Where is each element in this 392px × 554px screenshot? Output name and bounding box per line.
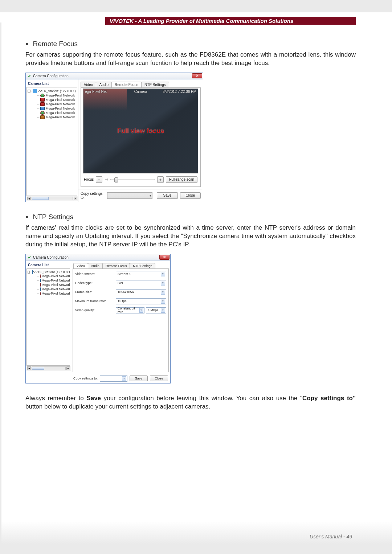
- full-range-scan-button[interactable]: Full-range scan: [166, 176, 197, 183]
- check-icon: ✔: [27, 74, 32, 78]
- label-video-stream: Video stream:: [75, 272, 116, 276]
- tab-remote-focus[interactable]: Remote Focus: [102, 263, 130, 268]
- dropdown-max-frame-rate[interactable]: 15 fps ▾: [116, 298, 166, 304]
- footer-paragraph: Always remember to Save your configurati…: [25, 394, 356, 411]
- tree-item-label: Mega-Pixel Network: [46, 111, 75, 115]
- tree-item[interactable]: ···Mega-Pixel Network: [28, 291, 69, 296]
- camera-icon: [40, 107, 45, 110]
- scroll-left-arrow-icon[interactable]: ◄: [27, 197, 31, 200]
- tree-item-label: Mega-Pixel Network: [46, 102, 75, 106]
- camera-tree[interactable]: − · VVTK_Station1(127.0.0.1) ····Mega-Pi…: [26, 87, 77, 196]
- camera-icon: [40, 283, 41, 287]
- tree-item-label: Mega-Pixel Network: [46, 93, 75, 98]
- footer-text: Always remember to: [25, 395, 86, 402]
- focus-slider[interactable]: [110, 179, 155, 180]
- camera-tree[interactable]: − · VVTK_Station1(127.0.0.1) ···Mega-Pix…: [26, 268, 70, 366]
- tab-video[interactable]: Video: [73, 263, 88, 268]
- close-button[interactable]: ✕: [192, 73, 202, 78]
- tab-audio[interactable]: Audio: [96, 82, 112, 87]
- tab-video[interactable]: Video: [81, 82, 96, 87]
- tree-item[interactable]: ····Mega-Pixel Network: [28, 106, 76, 111]
- tree-item-label: Mega-Pixel Network: [42, 283, 70, 287]
- close-button-footer[interactable]: Close: [150, 376, 168, 381]
- tree-item-label: Mega-Pixel Network: [42, 287, 70, 291]
- tree-horizontal-scrollbar[interactable]: ◄ ►: [26, 366, 71, 371]
- chevron-down-icon: ▾: [161, 308, 165, 313]
- dropdown-video-quality-mode[interactable]: Constant bit rate ▾: [116, 307, 144, 313]
- page-header-text: VIVOTEK - A Leading Provider of Multimed…: [110, 18, 293, 24]
- window-titlebar: ✔ Camera Configuration ✕: [26, 254, 170, 261]
- tab-remote-focus[interactable]: Remote Focus: [111, 82, 142, 87]
- dropdown-value: 1056x1056: [118, 290, 134, 294]
- page-header-bar: VIVOTEK - A Leading Provider of Multimed…: [105, 17, 356, 25]
- focus-label: Focus: [84, 177, 94, 181]
- tab-audio[interactable]: Audio: [88, 263, 103, 268]
- camera-icon: [40, 292, 41, 295]
- copy-settings-to-dropdown[interactable]: ▾: [100, 376, 127, 382]
- label-frame-size: Frame size:: [75, 290, 116, 294]
- section-remote-focus-title: Remote Focus: [33, 40, 78, 48]
- camera-list-heading: Camera List: [26, 80, 78, 87]
- dropdown-value: Constant bit rate: [118, 307, 139, 314]
- tree-item-label: Mega-Pixel Network: [42, 291, 70, 296]
- focus-minus-button[interactable]: −: [96, 176, 102, 183]
- camera-icon: [40, 279, 41, 282]
- dropdown-frame-size[interactable]: 1056x1056 ▾: [116, 289, 166, 295]
- window-title-text: Camera Configuration: [33, 74, 69, 78]
- chevron-down-icon: ▾: [161, 290, 165, 295]
- section-ntp-body: If cameras' real time clocks are set to …: [25, 224, 356, 249]
- tabs-row: Video Audio Remote Focus NTP Settings: [78, 79, 203, 87]
- scroll-right-arrow-icon[interactable]: ►: [74, 197, 77, 200]
- tabs-row: Video Audio Remote Focus NTP Settings: [71, 261, 170, 268]
- section-ntp-title: NTP Settings: [33, 213, 74, 221]
- camera-icon: [40, 94, 45, 97]
- dropdown-codec-type[interactable]: SVC ▾: [116, 280, 166, 286]
- dropdown-video-stream[interactable]: Stream 1 ▾: [116, 271, 166, 277]
- tree-item[interactable]: ···Mega-Pixel Network: [28, 287, 69, 291]
- dropdown-video-quality-bitrate[interactable]: 4 Mbps ▾: [146, 307, 166, 313]
- save-button[interactable]: Save: [157, 192, 177, 199]
- page-number: User's Manual - 49: [310, 534, 352, 539]
- tree-root[interactable]: − · VVTK_Station1(127.0.0.1): [28, 270, 69, 274]
- tree-item-label: Mega-Pixel Network: [42, 278, 70, 283]
- chevron-down-icon: ▾: [161, 299, 165, 304]
- footer-bold-save: Save: [86, 395, 101, 402]
- camera-icon: [40, 287, 41, 291]
- copy-settings-to-label: Copy settings to:: [73, 377, 98, 380]
- overlay-left-text: ega-Pixel Net: [85, 90, 107, 94]
- section-ntp-heading: NTP Settings: [25, 213, 356, 221]
- scroll-right-arrow-icon[interactable]: ►: [66, 366, 70, 370]
- section-remote-focus-heading: Remote Focus: [25, 40, 356, 48]
- label-codec-type: Codec type:: [75, 281, 116, 285]
- camera-configuration-window-video: ✔ Camera Configuration ✕ Camera List − ·…: [25, 254, 171, 383]
- tree-root[interactable]: − · VVTK_Station1(127.0.0.1): [28, 89, 76, 93]
- overlay-center-text: Camera: [134, 90, 147, 94]
- focus-plus-button[interactable]: +: [157, 176, 164, 183]
- close-button-footer[interactable]: Close: [180, 192, 201, 199]
- tree-item-label: Mega-Pixel Network: [46, 115, 75, 119]
- tree-horizontal-scrollbar[interactable]: ◄ ►: [26, 196, 78, 201]
- tree-item[interactable]: ···Mega-Pixel Network: [28, 274, 69, 278]
- scroll-left-arrow-icon[interactable]: ◄: [27, 366, 31, 370]
- tab-ntp-settings[interactable]: NTP Settings: [130, 263, 155, 268]
- tree-item[interactable]: ····Mega-Pixel Network: [28, 102, 76, 106]
- save-button[interactable]: Save: [130, 376, 148, 381]
- tree-item[interactable]: ····Mega-Pixel Network: [28, 98, 76, 102]
- chevron-down-icon: ▾: [150, 194, 151, 197]
- tree-item-label: Mega-Pixel Network: [42, 274, 70, 278]
- copy-settings-to-dropdown[interactable]: ▾: [107, 192, 153, 199]
- tree-item[interactable]: ····Mega-Pixel Network: [28, 93, 76, 98]
- close-button[interactable]: ✕: [159, 255, 170, 260]
- footer-bold-copy: Copy settings to": [302, 395, 356, 402]
- tree-item[interactable]: ····Mega-Pixel Network: [28, 115, 76, 119]
- tree-item[interactable]: ····Mega-Pixel Network: [28, 111, 76, 115]
- tree-item[interactable]: ···Mega-Pixel Network: [28, 283, 69, 287]
- window-title-text: Camera Configuration: [33, 255, 69, 259]
- copy-settings-to-label: Copy settings to:: [81, 192, 105, 200]
- tree-item-label: Mega-Pixel Network: [46, 98, 75, 102]
- tree-item[interactable]: ···Mega-Pixel Network: [28, 278, 69, 283]
- slider-thumb[interactable]: [114, 177, 118, 182]
- tab-ntp-settings[interactable]: NTP Settings: [141, 82, 169, 87]
- camera-configuration-window-remote-focus: ✔ Camera Configuration ✕ Camera List − ·…: [25, 73, 203, 202]
- chevron-down-icon: ▾: [122, 376, 126, 381]
